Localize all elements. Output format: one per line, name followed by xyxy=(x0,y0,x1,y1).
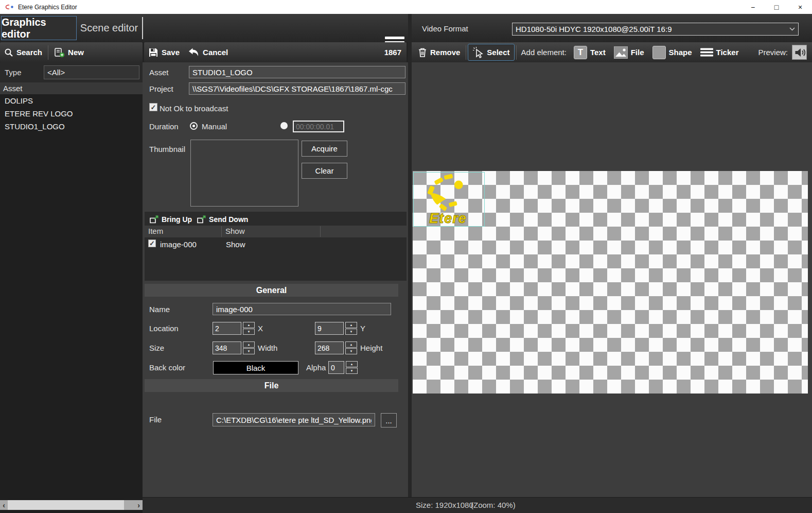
tab-scene-editor[interactable]: Scene editor xyxy=(78,16,140,40)
save-button[interactable]: Save xyxy=(144,44,184,61)
asset-column-label: Asset xyxy=(3,84,23,93)
new-button[interactable]: New xyxy=(50,44,88,61)
not-ok-checkbox[interactable]: ✓ xyxy=(149,103,157,111)
file-label: File xyxy=(149,415,162,424)
y-spinner xyxy=(315,322,357,335)
shape-tool-icon xyxy=(652,46,666,59)
spin-down-icon[interactable] xyxy=(345,348,357,354)
scroll-right-icon[interactable]: › xyxy=(135,500,143,510)
video-format-value: HD1080-50i HDYC 1920x1080@25.00iT 16:9 xyxy=(516,25,672,33)
etere-logo-graphic: Etere xyxy=(414,173,484,226)
selected-element-outline[interactable]: Etere xyxy=(413,172,485,227)
list-item[interactable]: DOLIPS xyxy=(0,94,143,107)
tab-separator xyxy=(142,17,143,39)
duration-manual-radio[interactable] xyxy=(190,122,198,130)
height-label: Height xyxy=(360,344,382,352)
add-shape-label: Shape xyxy=(669,48,692,57)
asset-editor-panel: Asset Project ✓ Not Ok to broadcast Dura… xyxy=(143,62,408,497)
add-ticker-button[interactable]: Ticker xyxy=(696,44,743,61)
maximize-button[interactable]: □ xyxy=(765,0,788,14)
type-select-value: <All> xyxy=(47,68,65,77)
spin-down-icon[interactable] xyxy=(243,329,255,335)
chevron-down-icon xyxy=(789,27,795,31)
general-section-header: General xyxy=(145,284,398,297)
remove-button[interactable]: Remove xyxy=(414,44,464,61)
duration-input[interactable] xyxy=(293,121,344,132)
back-color-button[interactable]: Black xyxy=(213,361,298,374)
status-bar: Size: 1920x1080 (Zoom: 40%) xyxy=(143,497,812,513)
spin-up-icon[interactable] xyxy=(243,322,255,328)
search-button[interactable]: Search xyxy=(0,44,46,61)
not-ok-label: Not Ok to broadcast xyxy=(160,104,228,113)
spin-up-icon[interactable] xyxy=(346,361,358,367)
width-input[interactable] xyxy=(213,341,241,354)
canvas-toolbar: Remove Select Add element: T Text File S… xyxy=(412,42,812,62)
send-down-button[interactable]: Send Down xyxy=(197,215,248,224)
file-path-input[interactable] xyxy=(213,413,375,426)
asset-field-label: Asset xyxy=(149,68,169,77)
list-item[interactable]: STUDIO1_LOGO xyxy=(0,120,143,133)
browse-button[interactable]: ... xyxy=(381,413,397,427)
asset-item-label: DOLIPS xyxy=(5,96,33,105)
asset-input[interactable] xyxy=(189,66,405,78)
tab-graphics-editor[interactable]: Graphics editor xyxy=(1,16,77,40)
cancel-button[interactable]: Cancel xyxy=(184,44,232,61)
duration-manual-label: Manual xyxy=(202,122,227,131)
bring-up-button[interactable]: Bring Up xyxy=(150,215,192,224)
x-input[interactable] xyxy=(213,322,241,335)
etere-graphics-editor-window: Etere Graphics Editor − □ × Graphics edi… xyxy=(0,0,812,513)
horizontal-scrollbar[interactable]: ‹ › xyxy=(0,500,143,510)
project-input[interactable] xyxy=(189,82,405,95)
add-shape-button[interactable]: Shape xyxy=(648,44,696,61)
file-section-header: File xyxy=(145,379,398,392)
titlebar: Etere Graphics Editor − □ × xyxy=(0,0,812,14)
bring-up-label: Bring Up xyxy=(162,215,192,224)
alpha-input[interactable] xyxy=(328,361,344,374)
tab-graphics-editor-label: Graphics editor xyxy=(2,16,76,40)
ticker-lines-icon xyxy=(700,47,713,57)
x-label: X xyxy=(258,324,263,333)
toolbar-separator xyxy=(466,45,466,60)
scrollbar-thumb[interactable] xyxy=(8,500,124,510)
canvas-size-status: Size: 1920x1080 xyxy=(416,501,473,509)
add-text-label: Text xyxy=(590,48,606,57)
new-document-icon xyxy=(54,47,65,58)
name-input[interactable] xyxy=(213,303,391,315)
spin-down-icon[interactable] xyxy=(346,368,358,374)
acquire-button[interactable]: Acquire xyxy=(302,141,347,157)
asset-item-label: ETERE REV LOGO xyxy=(5,109,73,118)
close-button[interactable]: × xyxy=(788,0,812,14)
spin-up-icon[interactable] xyxy=(345,341,357,348)
preview-speaker-button[interactable] xyxy=(792,45,807,60)
y-input[interactable] xyxy=(315,322,344,335)
select-tool-button[interactable]: Select xyxy=(468,44,514,61)
clear-button[interactable]: Clear xyxy=(302,163,347,179)
type-select[interactable]: <All> xyxy=(44,65,139,79)
spin-up-icon[interactable] xyxy=(345,322,357,328)
spin-down-icon[interactable] xyxy=(243,348,255,354)
duration-timed-radio[interactable] xyxy=(280,122,288,129)
cancel-button-label: Cancel xyxy=(203,48,228,57)
table-row[interactable]: ✓ image-000 Show xyxy=(145,239,407,251)
scroll-left-icon[interactable]: ‹ xyxy=(0,500,8,510)
canvas-checkerboard[interactable]: Etere xyxy=(413,171,808,394)
image-file-icon xyxy=(614,46,628,59)
video-format-select[interactable]: HD1080-50i HDYC 1920x1080@25.00iT 16:9 xyxy=(512,23,799,36)
save-button-label: Save xyxy=(162,48,180,57)
spin-down-icon[interactable] xyxy=(345,329,357,335)
text-tool-icon: T xyxy=(574,46,587,59)
undo-arrow-icon xyxy=(188,48,200,57)
asset-list: DOLIPS ETERE REV LOGO STUDIO1_LOGO xyxy=(0,94,143,133)
layer-visible-checkbox[interactable]: ✓ xyxy=(148,240,156,247)
spin-up-icon[interactable] xyxy=(243,341,255,348)
scrollbar-track[interactable] xyxy=(124,500,135,510)
height-input[interactable] xyxy=(315,341,344,354)
list-item[interactable]: ETERE REV LOGO xyxy=(0,107,143,120)
x-spinner xyxy=(213,322,255,335)
minimize-button[interactable]: − xyxy=(741,0,765,14)
zoom-level-status: (Zoom: 40%) xyxy=(471,501,516,509)
video-format-label: Video Format xyxy=(422,24,468,33)
add-file-button[interactable]: File xyxy=(610,44,648,61)
add-text-button[interactable]: T Text xyxy=(570,44,610,61)
location-label: Location xyxy=(149,324,179,333)
